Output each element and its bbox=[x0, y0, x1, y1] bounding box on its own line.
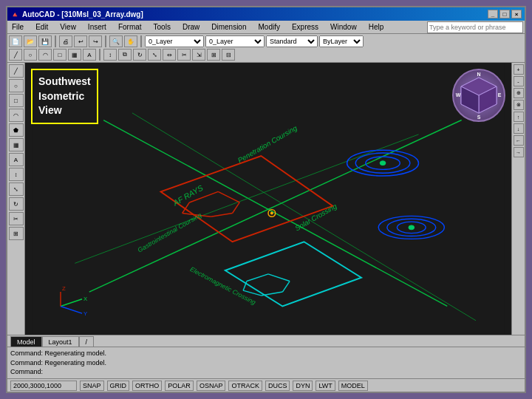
svg-text:X: X bbox=[83, 296, 87, 302]
status-ducs[interactable]: DUCS bbox=[265, 381, 290, 391]
separator-3 bbox=[140, 35, 142, 47]
left-btn-3[interactable]: □ bbox=[9, 94, 24, 107]
left-btn-9[interactable]: ⤡ bbox=[9, 183, 24, 196]
toolbar-row-1: 📄 📂 💾 🖨 ↩ ↪ 🔍 ✋ 0_Layer 0_Layer Standard… bbox=[9, 35, 523, 47]
layer2-select[interactable]: 0_Layer bbox=[205, 35, 265, 47]
svg-text:W: W bbox=[456, 92, 461, 98]
coordinates-display[interactable]: 2000,3000,1000 bbox=[10, 381, 77, 391]
status-osnap[interactable]: OSNAP bbox=[197, 381, 226, 391]
menu-insert[interactable]: Insert bbox=[85, 23, 109, 31]
left-btn-11[interactable]: ✂ bbox=[9, 212, 24, 225]
right-btn-4[interactable]: ⊗ bbox=[514, 100, 524, 110]
menu-file[interactable]: File bbox=[9, 23, 27, 31]
status-lwt[interactable]: LWT bbox=[316, 381, 335, 391]
redo-button[interactable]: ↪ bbox=[89, 35, 102, 47]
left-btn-5[interactable]: ⬟ bbox=[9, 123, 24, 137]
status-dyn[interactable]: DYN bbox=[293, 381, 313, 391]
right-btn-8[interactable]: → bbox=[514, 147, 524, 157]
status-polar[interactable]: POLAR bbox=[165, 381, 194, 391]
maximize-button[interactable]: □ bbox=[499, 10, 510, 18]
copy-button[interactable]: ⧉ bbox=[118, 49, 132, 61]
save-button[interactable]: 💾 bbox=[38, 35, 52, 47]
menu-window[interactable]: Window bbox=[327, 23, 360, 31]
close-button[interactable]: × bbox=[511, 10, 522, 18]
trim-button[interactable]: ✂ bbox=[177, 49, 191, 61]
undo-button[interactable]: ↩ bbox=[74, 35, 87, 47]
toolbar-area: 📄 📂 💾 🖨 ↩ ↪ 🔍 ✋ 0_Layer 0_Layer Standard… bbox=[7, 34, 525, 63]
tab-layout1[interactable]: Layout1 bbox=[42, 336, 79, 347]
left-btn-12[interactable]: ⊞ bbox=[9, 227, 24, 240]
left-btn-1[interactable]: ╱ bbox=[9, 64, 24, 78]
left-btn-7[interactable]: A bbox=[9, 153, 24, 166]
mirror-button[interactable]: ⇔ bbox=[163, 49, 176, 61]
status-snap[interactable]: SNAP bbox=[80, 381, 104, 391]
status-bar: 2000,3000,1000 SNAP GRID ORTHO POLAR OSN… bbox=[7, 378, 525, 392]
view-label-line1: Southwest bbox=[38, 75, 91, 89]
hatch-button[interactable]: ▦ bbox=[68, 49, 81, 61]
menu-draw[interactable]: Draw bbox=[180, 23, 202, 31]
color-select[interactable]: ByLayer bbox=[319, 35, 364, 47]
move-button[interactable]: ↕ bbox=[103, 49, 117, 61]
left-toolbar: ╱ ○ □ ◠ ⬟ ▦ A ↕ ⤡ ↻ ✂ ⊞ bbox=[7, 63, 25, 335]
status-ortho[interactable]: ORTHO bbox=[132, 381, 162, 391]
main-content: ╱ ○ □ ◠ ⬟ ▦ A ↕ ⤡ ↻ ✂ ⊞ Southwest Isomet… bbox=[7, 63, 525, 335]
menu-express[interactable]: Express bbox=[289, 23, 321, 31]
offset-button[interactable]: ⊟ bbox=[222, 49, 235, 61]
status-otrack[interactable]: OTRACK bbox=[228, 381, 262, 391]
scale-button[interactable]: ⤡ bbox=[148, 49, 161, 61]
right-btn-7[interactable]: ← bbox=[514, 135, 524, 146]
array-button[interactable]: ⊞ bbox=[207, 49, 220, 61]
circle-button[interactable]: ○ bbox=[24, 49, 37, 61]
new-button[interactable]: 📄 bbox=[9, 35, 22, 47]
right-btn-6[interactable]: ↓ bbox=[514, 123, 524, 134]
toolbar-row-2: ╱ ○ ◠ □ ▦ A ↕ ⧉ ↻ ⤡ ⇔ ✂ ⇲ ⊞ ⊟ bbox=[9, 49, 523, 61]
title-bar: 🔺 AutoCAD - [310Msl_03_Array.dwg] _ □ × bbox=[7, 7, 525, 21]
menu-view[interactable]: View bbox=[57, 23, 79, 31]
app-window: 🔺 AutoCAD - [310Msl_03_Array.dwg] _ □ × … bbox=[6, 6, 526, 393]
view-label-line3: View bbox=[38, 103, 91, 118]
view-label-line2: Isometric bbox=[38, 89, 91, 104]
command-area: Command: Regenerating model. Command: Re… bbox=[7, 347, 525, 378]
left-btn-8[interactable]: ↕ bbox=[9, 168, 24, 181]
status-model[interactable]: MODEL bbox=[338, 381, 368, 391]
standard-select[interactable]: Standard bbox=[266, 35, 318, 47]
arc-button[interactable]: ◠ bbox=[38, 49, 52, 61]
open-button[interactable]: 📂 bbox=[24, 35, 37, 47]
pan-button[interactable]: ✋ bbox=[124, 35, 137, 47]
right-btn-2[interactable]: - bbox=[514, 76, 524, 86]
search-input[interactable] bbox=[427, 21, 523, 33]
rotate-button[interactable]: ↻ bbox=[133, 49, 146, 61]
command-line-3: Command: bbox=[10, 367, 522, 377]
tab-model[interactable]: Model bbox=[10, 336, 42, 347]
print-button[interactable]: 🖨 bbox=[59, 35, 72, 47]
layer-select[interactable]: 0_Layer bbox=[145, 35, 204, 47]
right-btn-3[interactable]: ⊕ bbox=[514, 88, 524, 98]
rect-button[interactable]: □ bbox=[53, 49, 66, 61]
menu-modify[interactable]: Modify bbox=[256, 23, 283, 31]
separator-1 bbox=[55, 35, 56, 47]
right-btn-5[interactable]: ↑ bbox=[514, 112, 524, 122]
left-btn-4[interactable]: ◠ bbox=[9, 109, 24, 122]
menu-edit[interactable]: Edit bbox=[33, 23, 51, 31]
text-button[interactable]: A bbox=[83, 49, 96, 61]
menu-format[interactable]: Format bbox=[115, 23, 145, 31]
view-label: Southwest Isometric View bbox=[31, 69, 98, 124]
menu-help[interactable]: Help bbox=[366, 23, 387, 31]
zoom-button[interactable]: 🔍 bbox=[109, 35, 123, 47]
line-button[interactable]: ╱ bbox=[9, 49, 22, 61]
extend-button[interactable]: ⇲ bbox=[192, 49, 205, 61]
svg-text:S: S bbox=[477, 115, 481, 120]
svg-text:Z: Z bbox=[62, 285, 66, 292]
separator-4 bbox=[99, 49, 100, 61]
minimize-button[interactable]: _ bbox=[488, 10, 498, 18]
status-grid[interactable]: GRID bbox=[107, 381, 130, 391]
menu-tools[interactable]: Tools bbox=[151, 23, 174, 31]
menu-dimension[interactable]: Dimension bbox=[208, 23, 249, 31]
right-btn-1[interactable]: + bbox=[514, 64, 524, 75]
left-btn-6[interactable]: ▦ bbox=[9, 138, 24, 151]
tab-slash[interactable]: / bbox=[79, 336, 95, 347]
left-btn-2[interactable]: ○ bbox=[9, 79, 24, 92]
view-cube[interactable]: N S E W bbox=[452, 69, 505, 122]
viewport[interactable]: Southwest Isometric View N S E W bbox=[25, 63, 511, 335]
left-btn-10[interactable]: ↻ bbox=[9, 197, 24, 211]
